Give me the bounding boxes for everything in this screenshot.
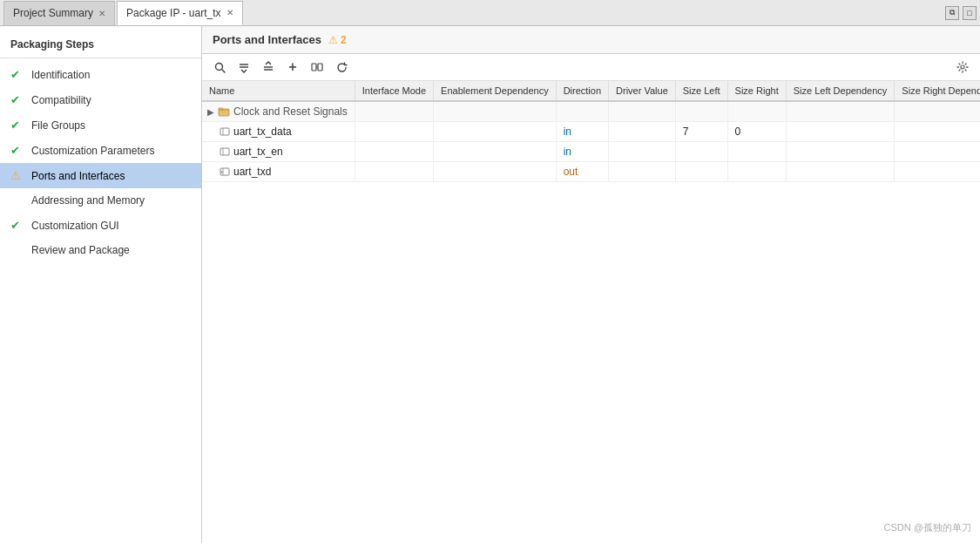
table-row[interactable]: uart_txd out r xyxy=(202,162,980,182)
search-icon xyxy=(214,62,226,73)
ports-table: Name Interface Mode Enablement Dependenc… xyxy=(202,81,980,182)
sidebar-item-addressing-and-memory-label: Addressing and Memory xyxy=(31,194,145,207)
sidebar-item-identification-label: Identification xyxy=(31,69,90,81)
port-icon xyxy=(220,146,230,157)
collapse-all-button[interactable] xyxy=(233,58,254,77)
sidebar-item-ports-and-interfaces-label: Ports and Interfaces xyxy=(31,170,125,182)
direction-cell: out xyxy=(556,162,608,182)
svg-line-1 xyxy=(222,70,225,72)
svg-rect-6 xyxy=(312,64,316,71)
sidebar-item-compatibility-label: Compatibility xyxy=(31,94,91,106)
col-header-name: Name xyxy=(202,81,355,101)
bus-interface-button[interactable] xyxy=(307,58,328,77)
tab-project-summary[interactable]: Project Summary ✕ xyxy=(3,1,115,25)
col-header-size-right-dep: Size Right Dependency xyxy=(895,81,980,101)
sidebar-title: Packaging Steps xyxy=(0,33,201,58)
svg-rect-11 xyxy=(219,108,223,110)
size-left-cell: 7 xyxy=(675,122,727,142)
warn-badge-icon: ⚠ xyxy=(328,34,338,46)
table-row[interactable]: uart_tx_data in 7 0 xyxy=(202,122,980,142)
settings-button[interactable] xyxy=(952,58,973,77)
port-name-cell-uart-tx-en: uart_tx_en xyxy=(202,142,355,162)
content-title: Ports and Interfaces xyxy=(213,33,321,46)
expand-all-button[interactable] xyxy=(258,58,279,77)
maximize-button[interactable]: □ xyxy=(963,6,977,20)
svg-point-9 xyxy=(961,65,964,69)
svg-rect-14 xyxy=(220,148,229,155)
tab-package-ip[interactable]: Package IP - uart_tx ✕ xyxy=(117,1,243,25)
direction-cell: in xyxy=(556,122,608,142)
window-controls: ⧉ □ xyxy=(945,6,980,20)
table-header-row: Name Interface Mode Enablement Dependenc… xyxy=(202,81,980,101)
check-icon-customization-gui: ✔ xyxy=(10,219,24,232)
tab-package-ip-label: Package IP - uart_tx xyxy=(126,7,221,19)
tab-project-summary-label: Project Summary xyxy=(13,7,93,19)
port-name-cell-uart-txd: uart_txd xyxy=(202,162,355,182)
warn-badge-count: 2 xyxy=(341,34,347,46)
sidebar-item-customization-gui-label: Customization GUI xyxy=(31,220,119,232)
folder-icon xyxy=(218,105,230,118)
sidebar-item-addressing-and-memory[interactable]: Addressing and Memory xyxy=(0,188,201,213)
port-icon xyxy=(220,126,230,137)
sidebar-item-compatibility[interactable]: ✔ Compatibility xyxy=(0,87,201,112)
table-container: Name Interface Mode Enablement Dependenc… xyxy=(202,81,980,543)
size-right-cell: 0 xyxy=(727,122,786,142)
collapse-all-icon xyxy=(238,61,250,73)
direction-cell: in xyxy=(556,142,608,162)
col-header-enablement-dependency: Enablement Dependency xyxy=(434,81,557,101)
gear-icon xyxy=(956,61,969,73)
col-header-size-right: Size Right xyxy=(727,81,786,101)
col-header-size-left: Size Left xyxy=(675,81,727,101)
check-icon-identification: ✔ xyxy=(10,68,24,81)
col-header-size-left-dep: Size Left Dependency xyxy=(786,81,895,101)
svg-point-0 xyxy=(215,63,222,70)
content-header: Ports and Interfaces ⚠ 2 xyxy=(202,26,980,54)
check-icon-customization-parameters: ✔ xyxy=(10,144,24,157)
warn-icon-ports-and-interfaces: ⚠ xyxy=(10,169,24,182)
check-icon-file-groups: ✔ xyxy=(10,119,24,132)
refresh-icon xyxy=(336,62,348,73)
sidebar-item-file-groups-label: File Groups xyxy=(31,119,85,132)
expand-all-icon xyxy=(262,61,274,73)
main-layout: Packaging Steps ✔ Identification ✔ Compa… xyxy=(0,26,980,543)
expand-arrow-icon: ▶ xyxy=(207,107,214,117)
sidebar-item-review-and-package[interactable]: Review and Package xyxy=(0,238,201,262)
refresh-button[interactable] xyxy=(331,58,352,77)
sidebar-item-customization-parameters-label: Customization Parameters xyxy=(31,145,154,157)
toolbar: + xyxy=(202,54,980,81)
sidebar-item-customization-parameters[interactable]: ✔ Customization Parameters xyxy=(0,138,201,163)
tab-project-summary-close[interactable]: ✕ xyxy=(98,9,105,18)
col-header-interface-mode: Interface Mode xyxy=(355,81,433,101)
bus-interface-icon xyxy=(311,61,323,73)
sidebar-item-customization-gui[interactable]: ✔ Customization GUI xyxy=(0,213,201,238)
sidebar-item-ports-and-interfaces[interactable]: ⚠ Ports and Interfaces xyxy=(0,163,201,188)
table-row[interactable]: ▶ Clock and Reset Signals xyxy=(202,101,980,122)
table-row[interactable]: uart_tx_en in xyxy=(202,142,980,162)
watermark: CSDN @孤独的单刀 xyxy=(884,521,971,534)
content-area: Ports and Interfaces ⚠ 2 xyxy=(202,26,980,543)
tab-bar: Project Summary ✕ Package IP - uart_tx ✕… xyxy=(0,0,980,26)
sidebar-item-identification[interactable]: ✔ Identification xyxy=(0,62,201,87)
svg-rect-7 xyxy=(318,64,322,71)
svg-rect-12 xyxy=(220,128,229,135)
col-header-direction: Direction xyxy=(556,81,608,101)
restore-button[interactable]: ⧉ xyxy=(945,6,959,20)
add-button[interactable]: + xyxy=(282,58,303,77)
warn-badge: ⚠ 2 xyxy=(328,34,347,46)
check-icon-compatibility: ✔ xyxy=(10,93,24,106)
tab-package-ip-close[interactable]: ✕ xyxy=(226,8,233,17)
search-button[interactable] xyxy=(209,58,230,77)
port-out-icon xyxy=(220,166,230,177)
col-header-driver-value: Driver Value xyxy=(609,81,676,101)
port-name-cell-uart-tx-data: uart_tx_data xyxy=(202,122,355,142)
sidebar: Packaging Steps ✔ Identification ✔ Compa… xyxy=(0,26,202,543)
sidebar-item-file-groups[interactable]: ✔ File Groups xyxy=(0,112,201,138)
sidebar-item-review-and-package-label: Review and Package xyxy=(31,244,130,256)
group-name-cell: ▶ Clock and Reset Signals xyxy=(202,101,355,122)
